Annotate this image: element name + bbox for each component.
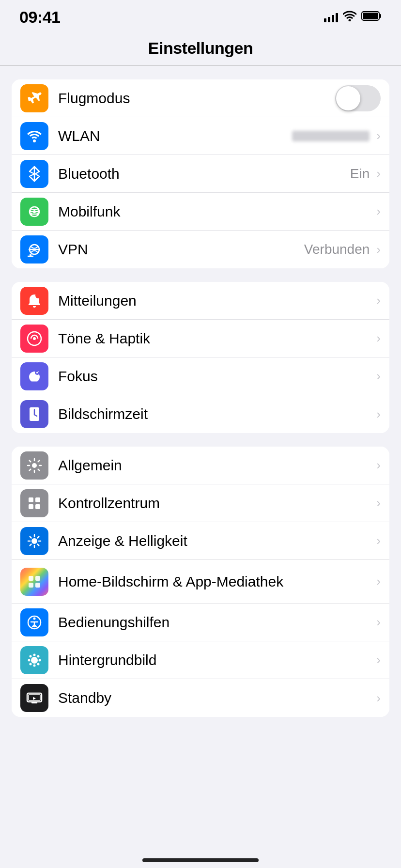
svg-point-14 bbox=[32, 463, 37, 468]
svg-rect-16 bbox=[35, 497, 40, 502]
svg-text:▶: ▶ bbox=[33, 696, 36, 700]
anzeige-icon bbox=[20, 527, 48, 555]
svg-point-26 bbox=[31, 657, 38, 664]
svg-point-30 bbox=[39, 659, 41, 661]
bluetooth-chevron: › bbox=[376, 166, 381, 181]
allgemein-label: Allgemein bbox=[58, 457, 374, 474]
bluetooth-label: Bluetooth bbox=[58, 166, 350, 182]
status-icons bbox=[324, 11, 382, 23]
kontrollzentrum-row[interactable]: Kontrollzentrum › bbox=[12, 484, 389, 522]
vpn-label: VPN bbox=[58, 241, 304, 258]
bedienungshilfen-label: Bedienungshilfen bbox=[58, 614, 374, 631]
svg-rect-20 bbox=[29, 576, 33, 581]
system-group: Allgemein › Kontrollzentrum › Anzeige & … bbox=[12, 447, 389, 717]
network-group: Flugmodus WLAN › Bluetooth Ein › bbox=[12, 79, 389, 268]
anzeige-label: Anzeige & Helligkeit bbox=[58, 533, 374, 549]
toene-icon bbox=[20, 325, 48, 353]
bildschirmzeit-icon bbox=[20, 400, 48, 428]
hintergrundbild-row[interactable]: Hintergrundbild › bbox=[12, 641, 389, 679]
standby-row[interactable]: ▶ Standby › bbox=[12, 679, 389, 717]
svg-rect-22 bbox=[29, 583, 33, 588]
wlan-label: WLAN bbox=[58, 128, 292, 144]
bedienungshilfen-chevron: › bbox=[376, 615, 381, 630]
flugmodus-row[interactable]: Flugmodus bbox=[12, 79, 389, 117]
svg-rect-21 bbox=[35, 576, 40, 581]
home-indicator bbox=[142, 858, 259, 862]
wifi-status-icon bbox=[343, 11, 356, 23]
vpn-row[interactable]: VPN Verbunden › bbox=[12, 231, 389, 268]
homebildschirm-label: Home-Bildschirm & App-Mediathek bbox=[58, 572, 374, 591]
bedienungshilfen-row[interactable]: Bedienungshilfen › bbox=[12, 604, 389, 641]
flugmodus-toggle[interactable] bbox=[335, 85, 381, 111]
battery-icon bbox=[361, 11, 382, 23]
fokus-icon bbox=[20, 362, 48, 390]
svg-point-29 bbox=[28, 659, 31, 661]
svg-point-28 bbox=[33, 664, 36, 666]
svg-point-27 bbox=[33, 653, 36, 656]
wlan-row[interactable]: WLAN › bbox=[12, 117, 389, 155]
status-time: 09:41 bbox=[19, 8, 60, 27]
homebildschirm-chevron: › bbox=[376, 574, 381, 589]
svg-point-32 bbox=[37, 655, 40, 657]
wlan-icon bbox=[20, 122, 48, 150]
allgemein-icon bbox=[20, 451, 48, 480]
allgemein-row[interactable]: Allgemein › bbox=[12, 447, 389, 484]
standby-chevron: › bbox=[376, 691, 381, 706]
hintergrundbild-icon bbox=[20, 646, 48, 674]
svg-rect-23 bbox=[35, 583, 40, 588]
flugmodus-icon bbox=[20, 84, 48, 112]
svg-point-9 bbox=[35, 293, 41, 298]
hintergrundbild-chevron: › bbox=[376, 652, 381, 667]
mobilfunk-chevron: › bbox=[376, 204, 381, 219]
svg-point-11 bbox=[33, 337, 36, 340]
standby-icon: ▶ bbox=[20, 684, 48, 712]
svg-point-33 bbox=[30, 663, 32, 665]
svg-rect-17 bbox=[29, 504, 33, 509]
mitteilungen-chevron: › bbox=[376, 293, 381, 308]
mobilfunk-label: Mobilfunk bbox=[58, 203, 374, 220]
anzeige-row[interactable]: Anzeige & Helligkeit › bbox=[12, 522, 389, 560]
kontrollzentrum-chevron: › bbox=[376, 496, 381, 511]
bildschirmzeit-row[interactable]: Bildschirmzeit › bbox=[12, 395, 389, 433]
svg-rect-2 bbox=[363, 13, 378, 19]
svg-point-6 bbox=[33, 210, 36, 213]
standby-label: Standby bbox=[58, 690, 374, 706]
toene-row[interactable]: Töne & Haptik › bbox=[12, 320, 389, 357]
bildschirmzeit-label: Bildschirmzeit bbox=[58, 406, 374, 422]
allgemein-chevron: › bbox=[376, 458, 381, 473]
page-title: Einstellungen bbox=[0, 39, 401, 58]
svg-rect-18 bbox=[35, 504, 40, 509]
mobilfunk-row[interactable]: Mobilfunk › bbox=[12, 193, 389, 231]
mitteilungen-icon bbox=[20, 287, 48, 315]
notifications-group: Mitteilungen › Töne & Haptik › Fokus › bbox=[12, 282, 389, 433]
wlan-value-blur bbox=[292, 131, 370, 141]
homebildschirm-row[interactable]: Home-Bildschirm & App-Mediathek › bbox=[12, 560, 389, 604]
vpn-value: Verbunden bbox=[304, 242, 370, 257]
bluetooth-row[interactable]: Bluetooth Ein › bbox=[12, 155, 389, 193]
page-header: Einstellungen bbox=[0, 29, 401, 66]
fokus-label: Fokus bbox=[58, 368, 374, 385]
svg-rect-1 bbox=[379, 14, 381, 18]
toene-chevron: › bbox=[376, 331, 381, 346]
bedienungshilfen-icon bbox=[20, 608, 48, 636]
toene-label: Töne & Haptik bbox=[58, 330, 374, 347]
bildschirmzeit-chevron: › bbox=[376, 407, 381, 422]
mitteilungen-row[interactable]: Mitteilungen › bbox=[12, 282, 389, 320]
vpn-chevron: › bbox=[376, 242, 381, 257]
wlan-chevron: › bbox=[376, 128, 381, 143]
svg-point-34 bbox=[37, 663, 40, 665]
svg-point-19 bbox=[31, 538, 37, 544]
kontrollzentrum-label: Kontrollzentrum bbox=[58, 495, 374, 512]
svg-point-25 bbox=[33, 617, 36, 620]
mitteilungen-label: Mitteilungen bbox=[58, 293, 374, 309]
flugmodus-label: Flugmodus bbox=[58, 90, 335, 107]
hintergrundbild-label: Hintergrundbild bbox=[58, 652, 374, 668]
fokus-chevron: › bbox=[376, 369, 381, 384]
signal-icon bbox=[324, 12, 338, 22]
svg-point-31 bbox=[30, 655, 32, 657]
bluetooth-value: Ein bbox=[350, 166, 370, 182]
svg-rect-15 bbox=[29, 497, 33, 502]
bluetooth-icon bbox=[20, 160, 48, 188]
kontrollzentrum-icon bbox=[20, 489, 48, 517]
fokus-row[interactable]: Fokus › bbox=[12, 357, 389, 395]
